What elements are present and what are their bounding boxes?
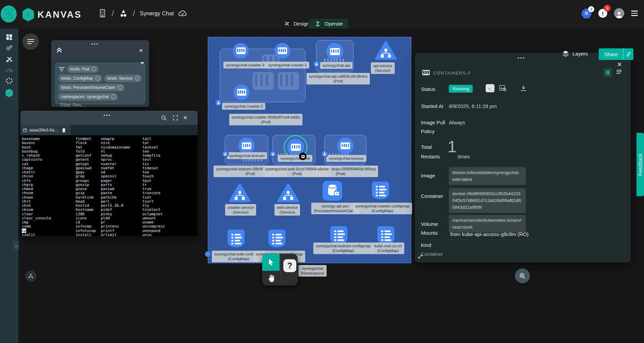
- open-terminal-button[interactable]: ›_: [486, 84, 494, 92]
- filter-resources-input[interactable]: Filter Res...: [60, 102, 85, 108]
- drag-handle-icon[interactable]: •••: [518, 56, 525, 61]
- total-restarts-value: 1: [447, 139, 457, 155]
- filter-dropdown-caret-icon[interactable]: [140, 62, 144, 64]
- sidebar-item-tools[interactable]: [0, 53, 18, 65]
- drag-handle-icon[interactable]: •••: [104, 113, 111, 118]
- terminal-header[interactable]: ••• ×: [20, 111, 198, 125]
- palette-help-button[interactable]: ?: [283, 259, 296, 272]
- started-at-value: 8/9/2025, 6:11:28 pm: [449, 103, 497, 109]
- remove-chip-icon[interactable]: ✕: [95, 76, 100, 81]
- sidebar-item-performance[interactable]: [0, 64, 18, 76]
- k8s-context-switcher[interactable]: 3: [581, 8, 592, 18]
- node-crawler3-container-icon[interactable]: [233, 43, 249, 59]
- image-pull-policy-label: Image Pull: [421, 120, 445, 125]
- node-api-configmap[interactable]: [267, 229, 287, 250]
- pvc-name-label: synergy-api-pvc(PersistentVolumeClaim): [311, 203, 359, 214]
- drag-handle-icon[interactable]: •••: [91, 42, 99, 47]
- copy-link-button[interactable]: [623, 48, 633, 60]
- terminal-session-tab[interactable]: aaaa39e3-8a...: [20, 125, 71, 135]
- delete-session-icon[interactable]: [62, 128, 66, 133]
- canvas-menu-button[interactable]: [22, 33, 39, 50]
- terminal-close-button[interactable]: ×: [183, 114, 187, 121]
- filter-panel-header[interactable]: [51, 40, 149, 60]
- brand[interactable]: KANVAS: [22, 7, 82, 22]
- filter-chip[interactable]: kinds: Service✕: [104, 75, 142, 82]
- close-filter-panel-button[interactable]: ×: [139, 47, 143, 54]
- sidebar-item-extensions[interactable]: [0, 75, 18, 87]
- collapse-panel-button[interactable]: [56, 46, 63, 54]
- header-actions: 3 ! 5: [581, 8, 638, 18]
- volume-mount-path[interactable]: /var/run/secrets/kubernetes.io/serviceac…: [449, 215, 526, 233]
- share-button[interactable]: Share: [599, 48, 633, 60]
- select-tool-button[interactable]: [262, 254, 280, 271]
- filter-chip[interactable]: kinds: PersistentVolumeClaim✕: [58, 84, 125, 91]
- view-list-toggle-button[interactable]: [616, 68, 623, 77]
- node-crawler-service[interactable]: [229, 183, 251, 205]
- node-api-container-icon[interactable]: [326, 43, 343, 60]
- node-crawler2-container-icon[interactable]: [234, 84, 249, 100]
- node-web-configmap[interactable]: [226, 229, 246, 250]
- remove-chip-icon[interactable]: ✕: [117, 85, 123, 90]
- filter-panel: ••• × kinds: Pod✕ kinds: ConfigMap✕ kind…: [51, 40, 149, 107]
- kind-label: Kind: [421, 242, 431, 248]
- filter-chip[interactable]: kinds: ConfigMap✕: [58, 75, 102, 82]
- pan-tool-button[interactable]: [262, 271, 280, 285]
- terminal-output[interactable]: basenamebasencbashbashbugc_rehashcaptoin…: [20, 135, 198, 236]
- notifications-button[interactable]: ! 5: [598, 9, 607, 18]
- resize-panel-handle[interactable]: [418, 254, 423, 261]
- terminal-command: prlimit: [101, 233, 141, 236]
- remove-chip-icon[interactable]: ✕: [135, 76, 140, 81]
- sidebar-item-kanvas[interactable]: [0, 87, 18, 99]
- k8s-context-count-badge: 3: [588, 6, 594, 12]
- layers-button[interactable]: Layers: [562, 50, 588, 57]
- node-api-service[interactable]: [375, 41, 397, 62]
- feedback-tab[interactable]: Feedback: [637, 133, 644, 196]
- volume-mounts-label2: Mounts: [421, 230, 438, 236]
- zoom-in-button[interactable]: [515, 268, 530, 283]
- design-name[interactable]: Synergy Chat: [140, 10, 174, 17]
- sidebar-expand-button[interactable]: ›: [13, 240, 19, 251]
- view-config-toggle-button[interactable]: [603, 68, 612, 77]
- node-crawler1-container-icon[interactable]: [274, 43, 290, 59]
- container-section-icon: [422, 70, 430, 75]
- close-details-panel-button[interactable]: ×: [617, 60, 622, 68]
- remove-chip-icon[interactable]: ✕: [111, 94, 116, 99]
- share-label[interactable]: Share: [599, 48, 623, 60]
- node-label: synergychat-web: [278, 155, 312, 162]
- pod-name-label: synergychat-web-6ccb79f964-s9ssw(Pod): [263, 166, 331, 177]
- filter-chip[interactable]: namespaces: synergychat✕: [58, 93, 118, 100]
- terminal-command: tsort: [142, 200, 193, 204]
- ghost-container-shape: [253, 72, 274, 90]
- node-synergy-api-pvc[interactable]: [323, 181, 342, 202]
- remove-chip-icon[interactable]: ✕: [91, 66, 97, 72]
- node-label: synergychat-testram: [227, 152, 267, 159]
- wrench-screwdriver-icon: [5, 55, 13, 63]
- header-menu-button[interactable]: [631, 11, 638, 16]
- terminal-command: numfmt: [101, 166, 141, 170]
- image-value[interactable]: docker.io/bootdotdev/synergychat-web:lat…: [449, 167, 526, 185]
- filter-input-box[interactable]: kinds: Pod✕ kinds: ConfigMap✕ kinds: Ser…: [55, 63, 145, 104]
- filter-funnel-icon: [58, 66, 65, 72]
- node-web-service[interactable]: [277, 183, 299, 205]
- node-testram-container-icon[interactable]: [238, 138, 255, 154]
- sidebar-item-dashboard[interactable]: [0, 31, 18, 43]
- node-testcpu-container-icon[interactable]: [337, 138, 354, 154]
- provider-logo-icon[interactable]: [1, 5, 17, 22]
- canvas-quick-action-button[interactable]: [25, 270, 36, 282]
- deploy-icon: [28, 273, 34, 279]
- view-logs-button[interactable]: [499, 84, 507, 94]
- organization-icon[interactable]: [98, 8, 107, 18]
- download-button[interactable]: [520, 84, 527, 94]
- user-avatar[interactable]: [614, 8, 624, 18]
- started-at-label: Started At: [421, 103, 443, 109]
- filter-chip[interactable]: kinds: Pod✕: [67, 65, 98, 73]
- container-id-value[interactable]: docker://6d96990655cc952b4423304f3c57d66…: [449, 188, 526, 213]
- terminal-fullscreen-button[interactable]: [172, 115, 178, 121]
- terminal-search-button[interactable]: [161, 115, 167, 121]
- tab-operate-label: Operate: [325, 21, 343, 27]
- workspace-shapes-icon[interactable]: [119, 8, 128, 18]
- sidebar-item-settings[interactable]: [0, 42, 18, 54]
- tab-operate[interactable]: Operate: [309, 19, 348, 29]
- node-crawler-configmap[interactable]: [371, 181, 390, 202]
- image-pull-policy-value: Always: [449, 120, 465, 125]
